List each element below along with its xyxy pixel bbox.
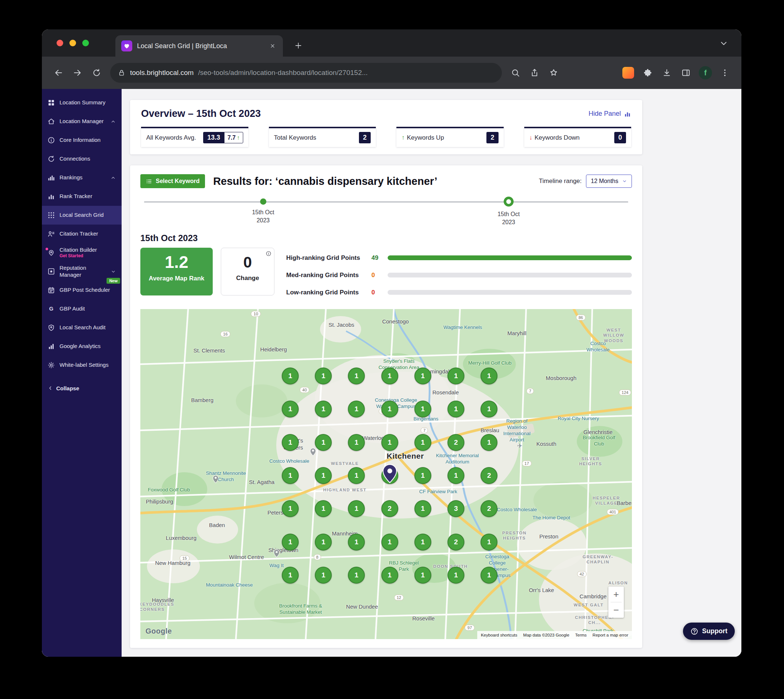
grid-rank-point[interactable]: 1 xyxy=(381,467,398,484)
extension-icon[interactable] xyxy=(622,67,634,79)
local-search-grid-map[interactable]: St. JacobsConestogoWagtime KennelsMaryhi… xyxy=(141,309,632,639)
timeline-range-select[interactable]: 12 Months xyxy=(586,175,632,188)
sidebar-item-citation-tracker[interactable]: Citation Tracker xyxy=(42,225,122,243)
maximize-window-button[interactable] xyxy=(82,40,89,46)
grid-rank-point[interactable]: 1 xyxy=(481,368,498,384)
sidebar-item-local-search-audit[interactable]: Local Search Audit xyxy=(42,318,122,337)
grid-rank-point[interactable]: 1 xyxy=(315,533,332,550)
grid-rank-point[interactable]: 1 xyxy=(282,368,299,384)
attribution-terms[interactable]: Terms xyxy=(575,633,587,637)
grid-rank-point[interactable]: 1 xyxy=(381,533,398,550)
info-icon[interactable] xyxy=(266,251,271,257)
grid-rank-point[interactable]: 1 xyxy=(315,500,332,517)
grid-rank-point[interactable]: 2 xyxy=(447,533,465,550)
grid-rank-point[interactable]: 1 xyxy=(282,533,299,550)
minimize-window-button[interactable] xyxy=(69,40,76,46)
grid-rank-point[interactable]: 1 xyxy=(381,434,398,451)
sidebar-item-white-label-settings[interactable]: White-label Settings xyxy=(42,356,122,374)
profile-avatar[interactable]: f xyxy=(699,66,712,80)
back-button[interactable] xyxy=(50,64,67,81)
grid-rank-point[interactable]: 1 xyxy=(315,567,332,584)
grid-rank-point[interactable]: 1 xyxy=(447,467,465,484)
share-icon[interactable] xyxy=(526,64,543,81)
grid-rank-point[interactable]: 1 xyxy=(348,567,365,584)
sidebar-item-location-summary[interactable]: Location Summary xyxy=(42,93,122,112)
sidebar-item-gbp-post-scheduler[interactable]: GBP Post SchedulerNew xyxy=(42,281,122,300)
grid-rank-point[interactable]: 1 xyxy=(282,567,299,584)
forward-button[interactable] xyxy=(69,64,86,81)
zoom-out-button[interactable]: − xyxy=(609,602,624,618)
tab-close-icon[interactable] xyxy=(268,41,277,50)
grid-rank-point[interactable]: 1 xyxy=(481,434,498,451)
menu-dots-icon[interactable] xyxy=(716,64,733,81)
extensions-puzzle-icon[interactable] xyxy=(639,64,656,81)
grid-rank-point[interactable]: 1 xyxy=(348,434,365,451)
grid-rank-point[interactable]: 1 xyxy=(414,434,431,451)
timeline-handle-end[interactable]: 15th Oct2023 xyxy=(485,197,533,227)
timeline-dot[interactable] xyxy=(504,197,514,207)
url-bar[interactable]: tools.brightlocal.com/seo-tools/admin/lo… xyxy=(110,63,502,83)
grid-rank-point[interactable]: 1 xyxy=(348,401,365,417)
side-panel-icon[interactable] xyxy=(678,64,695,81)
grid-rank-point[interactable]: 1 xyxy=(481,401,498,417)
sidebar-item-google-analytics[interactable]: Google Analytics xyxy=(42,337,122,356)
timeline-track[interactable] xyxy=(144,201,628,202)
grid-rank-point[interactable]: 1 xyxy=(414,368,431,384)
grid-rank-point[interactable]: 1 xyxy=(315,434,332,451)
grid-rank-point[interactable]: 1 xyxy=(315,368,332,384)
grid-rank-point[interactable]: 1 xyxy=(414,500,431,517)
hide-panel-link[interactable]: Hide Panel xyxy=(589,110,631,118)
grid-rank-point[interactable]: 1 xyxy=(481,533,498,550)
sidebar-item-rankings[interactable]: Rankings xyxy=(42,168,122,187)
sidebar-item-gbp-audit[interactable]: GGBP Audit xyxy=(42,300,122,318)
browser-tab[interactable]: Local Search Grid | BrightLoca xyxy=(115,35,283,56)
grid-rank-point[interactable]: 1 xyxy=(348,368,365,384)
grid-rank-point[interactable]: 1 xyxy=(282,467,299,484)
grid-rank-point[interactable]: 2 xyxy=(481,500,498,517)
grid-rank-point[interactable]: 1 xyxy=(381,401,398,417)
grid-rank-point[interactable]: 1 xyxy=(282,500,299,517)
google-logo[interactable]: Google xyxy=(146,627,172,635)
reload-button[interactable] xyxy=(88,64,105,81)
timeline-dot[interactable] xyxy=(260,199,266,205)
grid-rank-point[interactable]: 2 xyxy=(481,467,498,484)
grid-rank-point[interactable]: 1 xyxy=(447,368,465,384)
grid-rank-point[interactable]: 3 xyxy=(447,500,465,517)
grid-rank-point[interactable]: 1 xyxy=(381,368,398,384)
grid-rank-point[interactable]: 1 xyxy=(481,567,498,584)
grid-rank-point[interactable]: 1 xyxy=(447,567,465,584)
sidebar-item-connections[interactable]: Connections xyxy=(42,149,122,168)
zoom-in-button[interactable]: + xyxy=(609,586,624,602)
sidebar-collapse-button[interactable]: Collapse xyxy=(42,379,122,397)
search-icon[interactable] xyxy=(507,64,524,81)
sidebar-item-location-manager[interactable]: Location Manager xyxy=(42,112,122,131)
grid-rank-point[interactable]: 1 xyxy=(315,467,332,484)
grid-rank-point[interactable]: 2 xyxy=(381,500,398,517)
grid-rank-point[interactable]: 1 xyxy=(348,500,365,517)
grid-rank-point[interactable]: 1 xyxy=(381,567,398,584)
timeline-handle-start[interactable]: 15th Oct2023 xyxy=(239,197,287,225)
attribution-report-a-map-error[interactable]: Report a map error xyxy=(592,633,628,637)
grid-rank-point[interactable]: 1 xyxy=(315,401,332,417)
downloads-icon[interactable] xyxy=(658,64,675,81)
new-tab-button[interactable] xyxy=(290,38,306,54)
grid-rank-point[interactable]: 1 xyxy=(282,434,299,451)
grid-rank-point[interactable]: 1 xyxy=(348,533,365,550)
sidebar-item-rank-tracker[interactable]: Rank Tracker xyxy=(42,187,122,206)
grid-rank-point[interactable]: 1 xyxy=(282,401,299,417)
sidebar-item-citation-builder[interactable]: Citation BuilderGet Started xyxy=(42,243,122,262)
sidebar-item-core-information[interactable]: Core Information xyxy=(42,131,122,149)
attribution-keyboard-shortcuts[interactable]: Keyboard shortcuts xyxy=(481,633,517,637)
close-window-button[interactable] xyxy=(56,40,63,46)
timeline-slider[interactable]: 15th Oct202315th Oct2023 xyxy=(144,197,628,228)
grid-rank-point[interactable]: 1 xyxy=(414,567,431,584)
select-keyword-button[interactable]: Select Keyword xyxy=(141,174,205,188)
grid-rank-point[interactable]: 1 xyxy=(414,401,431,417)
tab-search-chevron-icon[interactable] xyxy=(719,38,729,48)
grid-rank-point[interactable]: 1 xyxy=(414,533,431,550)
grid-rank-point[interactable]: 1 xyxy=(414,467,431,484)
grid-rank-point[interactable]: 1 xyxy=(447,401,465,417)
grid-rank-point[interactable]: 1 xyxy=(348,467,365,484)
grid-rank-point[interactable]: 2 xyxy=(447,434,465,451)
bookmark-star-icon[interactable] xyxy=(545,64,562,81)
